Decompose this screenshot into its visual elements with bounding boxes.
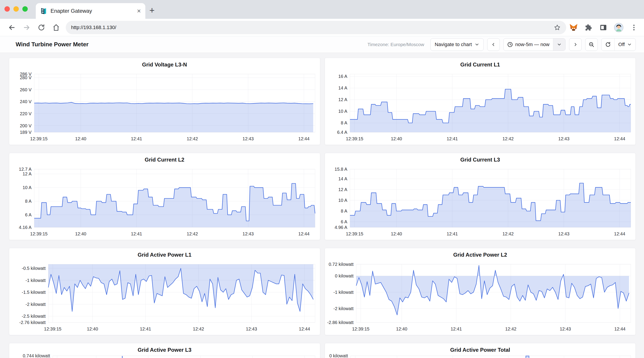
tab-close-icon[interactable]: × [137,7,141,15]
zoom-out-button[interactable] [585,38,598,51]
bookmark-star-icon[interactable] [554,24,561,31]
favicon-enapter [40,8,47,15]
svg-text:12:44: 12:44 [614,231,625,236]
chart-plot-area[interactable]: 12:39:1512:4012:4112:4212:4312:4416 A14 … [325,58,636,145]
svg-text:12:39:15: 12:39:15 [30,136,48,141]
svg-text:8 A: 8 A [341,209,348,213]
chart-canvas: 12:39:1512:4012:4112:4212:4312:440.72 ki… [325,248,636,335]
svg-text:12:44: 12:44 [614,326,626,331]
browser-tab-strip: Enapter Gateway × + [0,0,644,19]
svg-text:12 A: 12 A [338,187,347,192]
chart-title: Grid Active Power L2 [325,252,636,258]
time-range-forward-button[interactable] [569,38,582,51]
reload-icon[interactable] [34,24,49,31]
browser-tab[interactable]: Enapter Gateway × [36,3,145,19]
svg-text:12:39:15: 12:39:15 [346,231,363,236]
chart-title: Grid Active Power Total [325,347,636,353]
svg-text:0 kilowatt: 0 kilowatt [329,353,348,358]
svg-text:12:41: 12:41 [446,231,458,236]
svg-text:0.72 kilowatt: 0.72 kilowatt [328,262,354,267]
chart-canvas: 12:39:1512:4012:4112:4212:4312:4416 A14 … [325,58,636,145]
svg-text:14 A: 14 A [338,176,347,181]
page-header: Wind Turbine Power Meter Timezone: Europ… [0,36,644,53]
timezone-label: Timezone: Europe/Moscow [368,42,424,47]
svg-text:12:40: 12:40 [396,326,407,331]
refresh-interval-label: Off [618,42,625,48]
home-icon[interactable] [49,24,64,31]
profile-avatar[interactable] [614,23,624,32]
svg-text:12:42: 12:42 [187,231,198,236]
svg-text:200 V: 200 V [20,123,32,128]
chart-plot-area[interactable]: 12:39:1512:4012:4112:4212:4312:4412.7 A1… [9,153,320,240]
svg-text:12:40: 12:40 [391,136,402,141]
svg-text:12:40: 12:40 [75,136,86,141]
svg-text:-2.5 kilowatt: -2.5 kilowatt [22,314,46,319]
svg-text:-2 kilowatt: -2 kilowatt [333,306,353,311]
dashboard-grid: Grid Voltage L3-N 12:39:1512:4012:4112:4… [0,53,644,358]
svg-text:14 A: 14 A [338,86,347,90]
chevron-down-icon [474,42,480,47]
chart-plot-area[interactable]: 12:39:1512:4012:4112:4212:4312:44-0.5 ki… [9,248,320,335]
window-close-button[interactable] [4,6,10,12]
svg-text:-1 kilowatt: -1 kilowatt [333,290,353,295]
svg-text:12:43: 12:43 [558,231,569,236]
chevron-left-icon [491,42,496,47]
chart-title: Grid Current L3 [325,157,636,163]
svg-text:12:43: 12:43 [246,326,257,331]
chart-title: Grid Voltage L3-N [9,62,320,68]
time-range-picker[interactable]: now-5m — now [503,38,566,51]
metamask-extension-icon[interactable] [569,24,578,32]
svg-text:6 A: 6 A [25,212,32,217]
refresh-interval-dropdown[interactable]: Off [614,39,636,51]
svg-text:12:44: 12:44 [298,136,310,141]
chart-title: Grid Active Power L1 [9,252,320,258]
time-range-caret[interactable] [553,39,565,51]
url-text[interactable]: http://193.168.1.130/ [71,25,554,31]
svg-text:12:43: 12:43 [242,136,254,141]
chart-card-grid-current-l3: Grid Current L3 12:39:1512:4012:4112:421… [325,153,636,240]
time-range-back-button[interactable] [487,38,500,51]
refresh-button[interactable] [602,39,614,51]
navigate-to-chart-dropdown[interactable]: Navigate to chart [430,38,484,51]
refresh-control[interactable]: Off [601,38,636,51]
chart-plot-area[interactable]: 12:39:1512:4012:4112:4212:4312:44286 V28… [9,58,320,145]
back-icon[interactable] [4,24,19,32]
svg-text:12 A: 12 A [22,171,32,176]
svg-text:12:44: 12:44 [614,136,625,141]
svg-text:260 V: 260 V [20,87,32,92]
svg-text:0 kilowatt: 0 kilowatt [335,273,354,278]
chart-card-grid-current-l2: Grid Current L2 12:39:1512:4012:4112:421… [9,153,320,240]
window-zoom-button[interactable] [22,6,28,12]
svg-text:12:43: 12:43 [558,136,569,141]
window-minimize-button[interactable] [14,6,19,12]
address-bar[interactable]: http://193.168.1.130/ [66,21,566,34]
svg-text:12:41: 12:41 [131,231,142,236]
svg-text:0.744 kilowatt: 0.744 kilowatt [23,353,50,358]
chevron-right-icon [573,42,578,47]
svg-text:220 V: 220 V [20,111,32,116]
svg-text:16 A: 16 A [338,74,347,79]
svg-text:-1 kilowatt: -1 kilowatt [26,278,46,283]
chart-title: Grid Current L1 [325,62,636,68]
page-title: Wind Turbine Power Meter [16,41,88,48]
svg-text:12:43: 12:43 [242,231,254,236]
svg-text:12:41: 12:41 [450,326,462,331]
new-tab-button[interactable]: + [149,6,154,15]
clock-icon [507,42,513,48]
svg-text:12:41: 12:41 [140,326,151,331]
svg-text:12 A: 12 A [338,97,347,102]
svg-text:-1.5 kilowatt: -1.5 kilowatt [22,290,46,295]
chart-plot-area[interactable]: 12:39:1512:4012:4112:4212:4312:4415.8 A1… [325,153,636,240]
chart-canvas: 12:39:1512:4012:4112:4212:4312:44286 V28… [9,58,320,145]
chart-canvas: 12:39:1512:4012:4112:4212:4312:44-0.5 ki… [9,248,320,335]
side-panel-icon[interactable] [599,24,607,32]
chart-canvas: 12:39:1512:4012:4112:4212:4312:4412.7 A1… [9,153,320,240]
svg-text:12:41: 12:41 [446,136,458,141]
chart-title: Grid Current L2 [9,157,320,163]
chart-plot-area[interactable]: 12:39:1512:4012:4112:4212:4312:440.72 ki… [325,248,636,335]
svg-text:10 A: 10 A [22,185,32,190]
extensions-puzzle-icon[interactable] [584,24,592,32]
forward-icon[interactable] [19,24,34,32]
svg-text:12:39:15: 12:39:15 [30,231,48,236]
browser-menu-icon[interactable] [630,24,638,31]
